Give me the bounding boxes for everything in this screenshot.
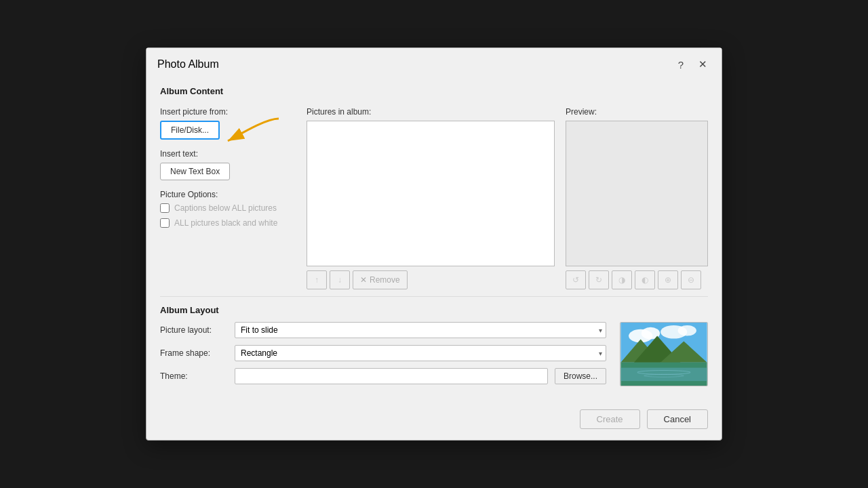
remove-label: Remove <box>370 275 400 285</box>
dialog-title: Photo Album <box>157 58 219 70</box>
help-button[interactable]: ? <box>673 56 689 73</box>
dialog-body: Album Content Insert picture from: File/… <box>146 78 722 403</box>
decrease-button[interactable]: ⊖ <box>681 270 701 289</box>
insert-picture-area: Insert picture from: File/Disk... <box>160 107 296 140</box>
remove-button[interactable]: ✕ Remove <box>353 270 408 289</box>
theme-row: Theme: Browse... <box>160 368 606 384</box>
title-controls: ? ✕ <box>673 56 711 73</box>
brightness-button[interactable]: ◐ <box>635 270 655 289</box>
contrast-button[interactable]: ◑ <box>612 270 632 289</box>
title-bar: Photo Album ? ✕ <box>146 48 722 78</box>
left-panel: Insert picture from: File/Disk... <box>160 107 296 289</box>
frame-shape-row: Frame shape: Rectangle Rounded Rectangle… <box>160 345 606 361</box>
black-white-label: ALL pictures black and white <box>174 218 277 228</box>
pictures-toolbar: ↑ ↓ ✕ Remove <box>307 270 555 289</box>
cancel-button[interactable]: Cancel <box>647 409 708 429</box>
move-down-button[interactable]: ↓ <box>330 270 350 289</box>
frame-shape-field-label: Frame shape: <box>160 348 228 358</box>
insert-text-area: Insert text: New Text Box <box>160 149 296 180</box>
svg-point-5 <box>678 325 696 336</box>
layout-grid: Picture layout: Fit to slide 1 picture 2… <box>160 322 708 391</box>
picture-layout-field-label: Picture layout: <box>160 325 228 335</box>
main-content: Insert picture from: File/Disk... <box>160 107 708 289</box>
new-text-box-button[interactable]: New Text Box <box>160 163 230 180</box>
preview-toolbar: ↺ ↻ ◑ ◐ ⊕ ⊖ <box>566 270 708 289</box>
dialog-footer: Create Cancel <box>146 403 722 440</box>
layout-preview-thumbnail <box>620 322 708 386</box>
rotate-left-button[interactable]: ↺ <box>566 270 586 289</box>
frame-shape-select[interactable]: Rectangle Rounded Rectangle Simple Frame… <box>235 345 606 361</box>
black-white-checkbox[interactable] <box>160 218 170 228</box>
album-layout-section: Album Layout Picture layout: Fit to slid… <box>160 296 708 391</box>
browse-button[interactable]: Browse... <box>555 368 606 384</box>
preview-box <box>566 121 708 266</box>
picture-options-label: Picture Options: <box>160 190 296 199</box>
rotate-right-button[interactable]: ↻ <box>589 270 609 289</box>
picture-layout-select-wrap: Fit to slide 1 picture 2 pictures 4 pict… <box>235 322 606 338</box>
album-layout-label: Album Layout <box>160 305 708 315</box>
theme-field-label: Theme: <box>160 371 228 381</box>
captions-label: Captions below ALL pictures <box>174 203 277 213</box>
pictures-in-album-box <box>307 121 555 266</box>
black-white-checkbox-row: ALL pictures black and white <box>160 218 296 228</box>
layout-fields: Picture layout: Fit to slide 1 picture 2… <box>160 322 606 391</box>
picture-options-area: Picture Options: Captions below ALL pict… <box>160 190 296 228</box>
file-disk-button[interactable]: File/Disk... <box>160 121 220 140</box>
theme-input[interactable] <box>235 368 548 384</box>
right-panel: Preview: ↺ ↻ ◑ ◐ ⊕ ⊖ <box>566 107 708 289</box>
close-button[interactable]: ✕ <box>694 56 711 73</box>
preview-label: Preview: <box>566 107 708 117</box>
frame-shape-select-wrap: Rectangle Rounded Rectangle Simple Frame… <box>235 345 606 361</box>
center-panel: Pictures in album: ↑ ↓ ✕ Remove <box>307 107 555 289</box>
captions-checkbox-row: Captions below ALL pictures <box>160 203 296 213</box>
picture-layout-row: Picture layout: Fit to slide 1 picture 2… <box>160 322 606 338</box>
remove-icon: ✕ <box>360 275 367 285</box>
create-button[interactable]: Create <box>580 409 640 429</box>
album-content-label: Album Content <box>160 86 708 96</box>
picture-layout-select[interactable]: Fit to slide 1 picture 2 pictures 4 pict… <box>235 322 606 338</box>
insert-text-label: Insert text: <box>160 149 296 159</box>
photo-album-dialog: Photo Album ? ✕ Album Content Insert pic… <box>146 47 722 441</box>
insert-picture-label: Insert picture from: <box>160 107 296 117</box>
captions-checkbox[interactable] <box>160 203 170 213</box>
move-up-button[interactable]: ↑ <box>307 270 327 289</box>
pictures-in-album-label: Pictures in album: <box>307 107 555 117</box>
increase-button[interactable]: ⊕ <box>658 270 678 289</box>
